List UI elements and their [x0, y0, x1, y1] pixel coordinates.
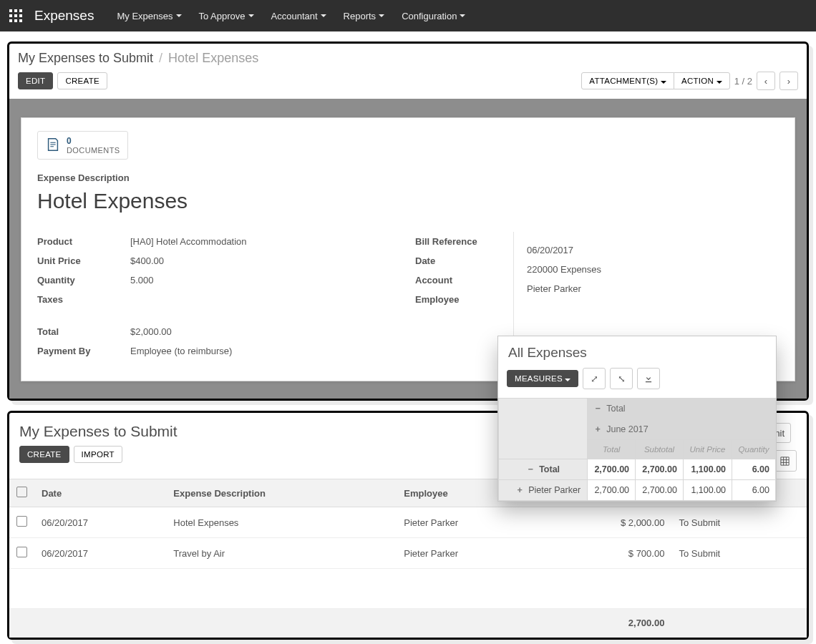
payment-by-label: Payment By [37, 346, 130, 356]
expand-icon[interactable]: + [515, 485, 524, 495]
list-import-button[interactable]: IMPORT [74, 446, 122, 463]
svg-rect-2 [19, 9, 22, 12]
svg-rect-7 [14, 19, 17, 22]
documents-count: 0 [67, 136, 120, 146]
create-button[interactable]: CREATE [57, 72, 107, 89]
payment-by-value: Employee (to reimburse) [130, 346, 232, 356]
caret-icon [460, 14, 465, 17]
employee-label: Employee [415, 294, 459, 305]
nav-menu: My Expenses To Approve Accountant Report… [110, 6, 472, 26]
cell-date: 06/20/2017 [34, 507, 166, 538]
collapse-icon[interactable]: − [526, 464, 535, 474]
pivot-col-total[interactable]: Total [606, 404, 625, 414]
breadcrumb-root[interactable]: My Expenses to Submit [18, 51, 153, 66]
breadcrumb: My Expenses to Submit / Hotel Expenses [18, 51, 798, 66]
footer-total: 2,700.00 [545, 609, 671, 638]
total-value: $2,000.00 [130, 326, 172, 337]
pivot-sub-subtotal: Subtotal [636, 440, 684, 459]
documents-chip[interactable]: 0 DOCUMENTS [37, 131, 128, 160]
date-value: 06/20/2017 [527, 245, 573, 255]
pivot-sub-qty: Quantity [732, 440, 776, 459]
measures-button[interactable]: MEASURES [507, 370, 578, 387]
download-icon[interactable] [637, 368, 660, 389]
breadcrumb-sep: / [159, 51, 162, 66]
document-icon [45, 137, 61, 155]
account-label: Account [415, 275, 452, 286]
cell-desc: Hotel Expenses [166, 507, 397, 538]
caret-icon [248, 14, 254, 17]
list-title: My Expenses to Submit [19, 423, 178, 440]
expense-title: Hotel Expenses [37, 189, 779, 213]
pivot-row-total[interactable]: −Total [499, 459, 588, 480]
select-all-checkbox[interactable] [16, 487, 27, 497]
cell-emp: Pieter Parker [397, 507, 545, 538]
bill-ref-label: Bill Reference [415, 236, 477, 247]
product-label: Product [37, 236, 130, 247]
caret-icon [176, 14, 182, 17]
nav-brand[interactable]: Expenses [34, 8, 94, 24]
svg-rect-0 [9, 9, 12, 12]
caret-icon [661, 81, 666, 84]
svg-rect-5 [19, 14, 22, 17]
table-row[interactable]: 06/20/2017 Hotel Expenses Pieter Parker … [9, 507, 807, 538]
caret-icon [717, 81, 722, 84]
list-create-button[interactable]: CREATE [19, 446, 69, 463]
cell-desc: Travel by Air [166, 538, 397, 569]
unit-price-value: $400.00 [130, 255, 164, 266]
cell-total: $ 700.00 [545, 538, 671, 569]
pager-text: 1 / 2 [734, 76, 752, 87]
detail-col-left: Product[HA0] Hotel Accommodation Unit Pr… [37, 232, 401, 361]
expand-icon[interactable]: + [593, 424, 602, 434]
pivot-col-month[interactable]: June 2017 [606, 424, 648, 434]
pivot-table: −Total +June 2017 Total Subtotal Unit Pr… [498, 398, 776, 501]
expense-description-label: Expense Description [37, 172, 779, 183]
employee-value: Pieter Parker [527, 283, 581, 294]
flip-axis-icon[interactable]: ⤢ [583, 368, 606, 389]
col-desc[interactable]: Expense Description [166, 479, 397, 507]
unit-price-label: Unit Price [37, 255, 130, 266]
caret-icon [565, 379, 570, 381]
svg-rect-1 [14, 9, 17, 12]
col-date[interactable]: Date [34, 479, 166, 507]
nav-item-to-approve[interactable]: To Approve [192, 6, 261, 26]
main-navbar: Expenses My Expenses To Approve Accounta… [0, 0, 816, 31]
expense-table: Date Expense Description Employee Total … [9, 479, 807, 638]
pivot-title: All Expenses [498, 336, 776, 368]
date-label: Date [415, 255, 435, 266]
pager-prev-button[interactable]: ‹ [757, 72, 775, 90]
svg-rect-6 [9, 19, 12, 22]
row-checkbox[interactable] [16, 547, 27, 557]
nav-item-accountant[interactable]: Accountant [264, 6, 334, 26]
account-value: 220000 Expenses [527, 264, 601, 275]
action-button[interactable]: ACTION [674, 72, 730, 89]
cell-date: 06/20/2017 [34, 538, 166, 569]
svg-rect-8 [19, 19, 22, 22]
pivot-sub-unitprice: Unit Price [683, 440, 732, 459]
taxes-label: Taxes [37, 294, 130, 305]
table-row[interactable]: 06/20/2017 Travel by Air Pieter Parker $… [9, 538, 807, 569]
expand-all-icon[interactable]: ⤡ [610, 368, 633, 389]
quantity-label: Quantity [37, 275, 130, 286]
quantity-value: 5.000 [130, 275, 154, 286]
total-label: Total [37, 326, 130, 337]
caret-icon [321, 14, 326, 17]
documents-label: DOCUMENTS [67, 146, 120, 155]
nav-item-my-expenses[interactable]: My Expenses [110, 6, 188, 26]
row-checkbox[interactable] [16, 516, 27, 527]
attachments-button[interactable]: ATTACHMENT(S) [581, 72, 674, 89]
product-value: [HA0] Hotel Accommodation [130, 236, 247, 247]
nav-item-reports[interactable]: Reports [336, 6, 392, 26]
edit-button[interactable]: EDIT [18, 72, 53, 89]
all-expenses-pivot-popover: All Expenses MEASURES ⤢ ⤡ −Total +June 2… [497, 336, 777, 502]
collapse-icon[interactable]: − [593, 404, 602, 414]
attachment-action-group: ATTACHMENT(S) ACTION [581, 72, 729, 89]
pivot-row-employee[interactable]: +Pieter Parker [499, 480, 588, 501]
pager-next-button[interactable]: › [779, 72, 798, 90]
breadcrumb-current: Hotel Expenses [168, 51, 258, 66]
caret-icon [379, 14, 384, 17]
pivot-sub-total: Total [588, 440, 636, 459]
nav-item-configuration[interactable]: Configuration [394, 6, 472, 26]
cell-total: $ 2,000.00 [545, 507, 671, 538]
pager: 1 / 2 ‹ › [734, 72, 798, 90]
apps-icon[interactable] [7, 7, 24, 24]
